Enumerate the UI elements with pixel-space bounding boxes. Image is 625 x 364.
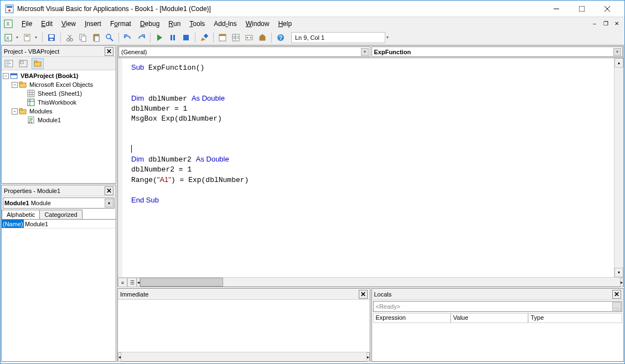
- copy-icon[interactable]: [77, 32, 89, 44]
- properties-object-combo[interactable]: Module1 Module ▾: [3, 197, 115, 209]
- module-icon: [27, 116, 35, 124]
- insert-module-icon[interactable]: [22, 32, 34, 44]
- view-object-icon[interactable]: [17, 58, 29, 69]
- locals-body[interactable]: [372, 323, 624, 361]
- menu-file[interactable]: File: [17, 18, 37, 29]
- tree-group-modules[interactable]: − Modules: [3, 107, 115, 116]
- code-editor[interactable]: Sub ExpFunction() Dim dblNumber As Doubl…: [118, 58, 614, 277]
- chevron-down-icon[interactable]: ▾: [361, 48, 369, 56]
- procedure-dropdown[interactable]: ExpFunction ▾: [371, 46, 623, 57]
- tree-item-module1[interactable]: Module1: [3, 116, 115, 124]
- scroll-right-icon[interactable]: ▸: [620, 278, 623, 287]
- locals-header-expression[interactable]: Expression: [373, 313, 451, 323]
- break-icon[interactable]: [167, 32, 179, 44]
- menu-format[interactable]: Format: [106, 18, 136, 29]
- svg-rect-60: [28, 99, 34, 106]
- chevron-down-icon[interactable]: ▾: [613, 48, 621, 56]
- menu-help[interactable]: Help: [273, 18, 296, 29]
- project-tree[interactable]: − VBAProject (Book1) − Microsoft Excel O…: [2, 70, 116, 183]
- properties-header: Properties - Module1 ✕: [2, 185, 116, 196]
- immediate-body[interactable]: [118, 300, 370, 352]
- minimize-button[interactable]: [544, 1, 569, 17]
- tab-alphabetic[interactable]: Alphabetic: [2, 210, 40, 219]
- svg-point-24: [106, 34, 111, 39]
- collapse-icon[interactable]: −: [12, 108, 18, 115]
- find-icon[interactable]: [104, 32, 116, 44]
- tree-group-label: Microsoft Excel Objects: [28, 81, 94, 88]
- immediate-close-icon[interactable]: ✕: [359, 290, 368, 299]
- menu-run[interactable]: Run: [164, 18, 185, 29]
- properties-tabs: Alphabetic Categorized: [2, 210, 116, 219]
- undo-icon[interactable]: [122, 32, 134, 44]
- tab-categorized[interactable]: Categorized: [39, 210, 82, 219]
- horizontal-scrollbar[interactable]: ◂ ▸: [137, 278, 623, 287]
- scroll-up-icon[interactable]: ▴: [614, 58, 623, 67]
- full-module-view-icon[interactable]: ☰: [127, 278, 137, 287]
- reset-icon[interactable]: [180, 32, 192, 44]
- mdi-restore-button[interactable]: ❐: [601, 19, 610, 28]
- object-browser-icon[interactable]: [243, 32, 255, 44]
- project-explorer-icon[interactable]: [216, 32, 229, 44]
- toolbox-icon[interactable]: [256, 32, 268, 44]
- insert-module-dropdown[interactable]: ▾: [35, 35, 39, 40]
- menu-insert[interactable]: Insert: [80, 18, 106, 29]
- view-excel-icon[interactable]: X: [3, 32, 15, 44]
- svg-rect-27: [171, 35, 172, 40]
- window-title: Microsoft Visual Basic for Applications …: [17, 5, 544, 13]
- paste-icon[interactable]: [90, 32, 102, 44]
- properties-grid[interactable]: (Name) Module1: [2, 219, 116, 361]
- locals-header-type[interactable]: Type: [528, 313, 623, 323]
- save-icon[interactable]: [45, 32, 58, 44]
- immediate-hscroll[interactable]: ◂ ▸: [118, 352, 370, 361]
- properties-close-icon[interactable]: ✕: [105, 186, 113, 195]
- procedure-view-icon[interactable]: ≡: [118, 278, 127, 287]
- collapse-icon[interactable]: −: [3, 73, 9, 79]
- call-stack-button[interactable]: …: [612, 302, 621, 311]
- tree-item-sheet1[interactable]: Sheet1 (Sheet1): [3, 89, 115, 98]
- menu-edit[interactable]: Edit: [37, 18, 57, 29]
- menu-tools[interactable]: Tools: [185, 18, 209, 29]
- toggle-folders-icon[interactable]: [32, 58, 44, 69]
- redo-icon[interactable]: [135, 32, 147, 44]
- locals-panel: Locals ✕ <Ready> … Expression Value Type: [371, 288, 624, 362]
- properties-window-icon[interactable]: [230, 32, 242, 44]
- project-explorer-close-icon[interactable]: ✕: [105, 47, 113, 56]
- tree-group-excel-objects[interactable]: − Microsoft Excel Objects: [3, 80, 115, 89]
- excel-return-icon[interactable]: X: [4, 19, 13, 28]
- svg-rect-55: [28, 90, 34, 97]
- svg-rect-48: [20, 61, 23, 64]
- scroll-thumb[interactable]: [140, 278, 223, 287]
- tree-item-thisworkbook[interactable]: ThisWorkbook: [3, 98, 115, 107]
- help-icon[interactable]: ?: [275, 32, 287, 44]
- svg-text:X: X: [6, 35, 9, 41]
- menu-window[interactable]: Window: [241, 18, 274, 29]
- object-dropdown[interactable]: (General) ▾: [118, 46, 370, 57]
- close-button[interactable]: [595, 1, 620, 17]
- collapse-icon[interactable]: −: [12, 82, 18, 88]
- properties-panel: Properties - Module1 ✕ Module1 Module ▾ …: [1, 185, 116, 362]
- svg-rect-11: [24, 34, 30, 41]
- tree-root[interactable]: − VBAProject (Book1): [3, 71, 115, 80]
- scroll-right-icon[interactable]: ▸: [366, 352, 370, 362]
- maximize-button[interactable]: [569, 1, 595, 17]
- menu-addins[interactable]: Add-Ins: [209, 18, 241, 29]
- locals-close-icon[interactable]: ✕: [612, 290, 621, 299]
- vertical-scrollbar[interactable]: ▴ ▾: [614, 58, 623, 277]
- svg-rect-31: [204, 33, 208, 38]
- view-code-icon[interactable]: [3, 58, 15, 69]
- locals-context-combo[interactable]: <Ready> …: [373, 301, 623, 312]
- design-mode-icon[interactable]: [198, 32, 210, 44]
- run-icon[interactable]: [153, 32, 166, 44]
- menu-debug[interactable]: Debug: [136, 18, 164, 29]
- menu-view[interactable]: View: [57, 18, 80, 29]
- mdi-close-button[interactable]: ✕: [612, 19, 621, 28]
- view-excel-dropdown[interactable]: ▾: [16, 35, 20, 40]
- locals-header-value[interactable]: Value: [451, 313, 528, 323]
- mdi-minimize-button[interactable]: –: [590, 19, 599, 28]
- cut-icon[interactable]: [64, 32, 76, 44]
- scroll-down-icon[interactable]: ▾: [614, 268, 623, 277]
- cursor-position-dropdown[interactable]: ▾: [386, 35, 391, 40]
- chevron-down-icon[interactable]: ▾: [105, 199, 113, 207]
- property-value[interactable]: Module1: [24, 220, 116, 228]
- property-row[interactable]: (Name) Module1: [2, 220, 116, 228]
